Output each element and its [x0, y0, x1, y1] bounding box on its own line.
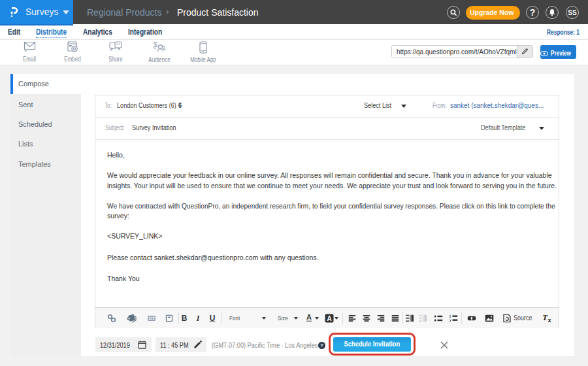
svg-text:1: 1 [449, 315, 451, 319]
svg-text:2: 2 [449, 319, 451, 322]
svg-text:$: $ [154, 41, 157, 48]
